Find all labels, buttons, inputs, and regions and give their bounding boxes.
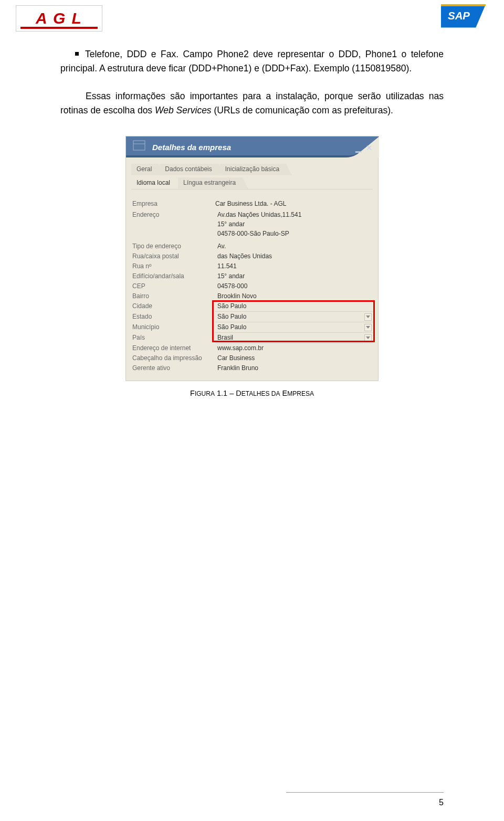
page-header: A G L SAP	[0, 0, 504, 37]
tab-idioma-local[interactable]: Idioma local	[131, 177, 182, 189]
tabs-row-1: Geral Dados contábeis Inicialização bási…	[131, 164, 373, 175]
text-field[interactable]: 04578-000	[215, 281, 373, 291]
text-field[interactable]: Franklin Bruno	[215, 363, 373, 373]
para2-part-b: (URLs de comunicação com as prefeituras)…	[212, 105, 393, 115]
field-value: Car Business	[217, 354, 255, 362]
field-value-line: Av.das Nações Unidas,11.541	[217, 210, 373, 219]
form-row: Cabeçalho da impressãoCar Business	[131, 353, 373, 363]
text-field[interactable]: Av.das Nações Unidas,11.54115° andar0457…	[215, 210, 373, 238]
field-label: Endereço de internet	[131, 343, 215, 353]
bullet-item: Telefone, DDD e Fax. Campo Phone2 deve r…	[60, 47, 444, 61]
agl-logo: A G L	[16, 5, 102, 31]
field-label: Bairro	[131, 291, 215, 301]
panel-titlebar: Detalhes da empresa ▁ ✕	[126, 136, 378, 157]
field-value: 15° andar	[217, 272, 245, 280]
field-value: das Nações Unidas	[217, 252, 272, 260]
field-value-line: 04578-000-São Paulo-SP	[217, 229, 373, 238]
window-controls[interactable]: ▁ ✕	[355, 142, 374, 154]
text-field[interactable]: www.sap.com.br	[215, 343, 373, 353]
form-row: Edifício/andar/sala15° andar	[131, 271, 373, 281]
form-row: Endereço de internetwww.sap.com.br	[131, 343, 373, 353]
field-value: São Paulo	[217, 302, 246, 310]
field-label: Rua/caixa postal	[131, 251, 215, 261]
field-value: Brasil	[217, 334, 233, 341]
form-row: MunicípioSão Paulo	[131, 322, 373, 333]
panel-body: Geral Dados contábeis Inicialização bási…	[126, 157, 378, 381]
text-field[interactable]: Car Business	[215, 353, 373, 363]
bullet-text-line1: Telefone, DDD e Fax. Campo Phone2 deve r…	[85, 47, 444, 61]
field-value: São Paulo	[217, 323, 246, 331]
field-value: 04578-000	[217, 282, 247, 290]
field-value: www.sap.com.br	[217, 344, 264, 352]
page-number: 5	[439, 798, 444, 807]
form-fields: EmpresaCar Business Ltda. - AGLEndereçoA…	[131, 199, 373, 373]
text-field[interactable]: 15° andar	[215, 271, 373, 281]
form-row: EmpresaCar Business Ltda. - AGL	[131, 199, 373, 209]
field-value-line: 15° andar	[217, 219, 373, 229]
paragraph-2: Essas informações são importantes para a…	[60, 89, 444, 118]
tab-lingua-estrangeira[interactable]: Língua estrangeira	[178, 177, 248, 189]
chevron-down-icon[interactable]	[364, 324, 372, 331]
bullet-icon	[75, 52, 79, 56]
sap-logo-text: SAP	[448, 10, 470, 22]
field-value: São Paulo	[217, 313, 246, 320]
figure-caption: FIGURA 1.1 – DETALHES DA EMPRESA	[60, 387, 444, 399]
form-row: Rua nº11.541	[131, 261, 373, 271]
chevron-down-icon[interactable]	[364, 313, 372, 321]
field-label: Gerente ativo	[131, 363, 215, 373]
panel-title: Detalhes da empresa	[152, 141, 231, 153]
form-row: PaísBrasil	[131, 333, 373, 343]
field-label: Cidade	[131, 301, 215, 311]
text-field[interactable]: Av.	[215, 241, 373, 251]
form-row: Rua/caixa postaldas Nações Unidas	[131, 251, 373, 261]
dropdown-field[interactable]: São Paulo	[215, 322, 373, 333]
dropdown-field[interactable]: Brasil	[215, 333, 373, 343]
form-row: BairroBrooklin Novo	[131, 291, 373, 301]
field-label: Tipo de endereço	[131, 241, 215, 251]
text-field[interactable]: Car Business Ltda. - AGL	[215, 199, 373, 209]
field-label: Endereço	[131, 210, 215, 220]
field-label: Estado	[131, 312, 215, 322]
field-label: Município	[131, 322, 215, 332]
field-label: Rua nº	[131, 261, 215, 271]
company-details-panel: Detalhes da empresa ▁ ✕ Geral Dados cont…	[125, 136, 379, 381]
field-value: 11.541	[217, 262, 237, 270]
footer-rule	[286, 792, 444, 793]
field-label: Empresa	[131, 199, 215, 209]
screenshot-container: Detalhes da empresa ▁ ✕ Geral Dados cont…	[60, 136, 444, 381]
form-row: Gerente ativoFranklin Bruno	[131, 363, 373, 373]
text-field[interactable]: das Nações Unidas	[215, 251, 373, 261]
text-field[interactable]: São Paulo	[215, 301, 373, 312]
text-field[interactable]: Brooklin Novo	[215, 291, 373, 301]
field-value-selected[interactable]: Car Business Ltda. - AGL	[215, 200, 286, 207]
form-row: CEP04578-000	[131, 281, 373, 291]
dropdown-field[interactable]: São Paulo	[215, 312, 373, 322]
field-value: Av.	[217, 243, 226, 250]
svg-rect-1	[441, 4, 486, 6]
form-row: CidadeSão Paulo	[131, 301, 373, 312]
field-label: Edifício/andar/sala	[131, 271, 215, 281]
field-value: Brooklin Novo	[217, 292, 257, 300]
agl-logo-text: A G L	[36, 9, 82, 27]
document-body: Telefone, DDD e Fax. Campo Phone2 deve r…	[0, 37, 504, 399]
field-label: CEP	[131, 281, 215, 291]
form-row: EstadoSão Paulo	[131, 312, 373, 322]
sap-logo: SAP	[441, 4, 486, 28]
para2-italic: Web Services	[155, 105, 212, 115]
agl-logo-underline	[20, 27, 98, 29]
tab-geral[interactable]: Geral	[131, 164, 164, 175]
form-row: EndereçoAv.das Nações Unidas,11.54115° a…	[131, 210, 373, 238]
tabs-row-2: Idioma local Língua estrangeira	[131, 177, 373, 190]
bullet-text-rest: principal. A estrutura deve ficar (DDD+P…	[60, 61, 444, 76]
field-value: Franklin Bruno	[217, 364, 258, 372]
text-field[interactable]: 11.541	[215, 261, 373, 271]
field-label: País	[131, 333, 215, 343]
tab-inicializacao-basica[interactable]: Inicialização básica	[220, 164, 291, 175]
form-row: Tipo de endereçoAv.	[131, 241, 373, 251]
chevron-down-icon[interactable]	[364, 334, 372, 342]
tab-dados-contabeis[interactable]: Dados contábeis	[160, 164, 224, 175]
field-label: Cabeçalho da impressão	[131, 353, 215, 363]
